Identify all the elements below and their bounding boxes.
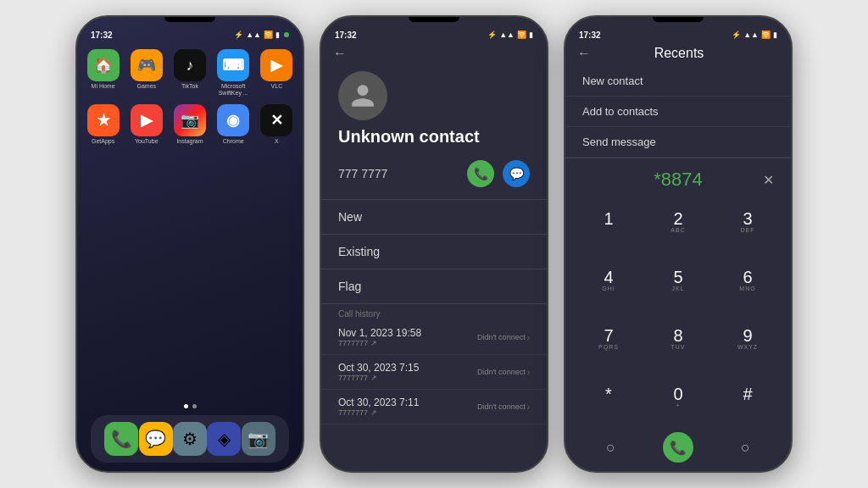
- vlc-icon: ▶: [260, 49, 292, 81]
- dial-key-0[interactable]: 0 +: [643, 369, 713, 427]
- call-status-2: Didn't connect ›: [477, 368, 530, 377]
- dock-settings[interactable]: ⚙: [173, 422, 207, 456]
- dial-key-9[interactable]: 9 WXYZ: [713, 311, 782, 369]
- getapps-icon: ★: [87, 104, 120, 136]
- dot-active: [184, 404, 188, 408]
- call-status-3: Didn't connect ›: [477, 402, 530, 412]
- phone3-screen: ← Recents New contact Add to contacts Se…: [565, 42, 791, 471]
- phone3: 17:32 ⚡ ▲▲ 🛜 ▮ ← Recents New contact Add…: [564, 15, 793, 473]
- back-button-3[interactable]: ←: [577, 46, 591, 61]
- p2-header: ←: [321, 42, 547, 61]
- app-youtube[interactable]: ▶ YouTube: [129, 104, 164, 145]
- message-button[interactable]: 💬: [503, 160, 530, 187]
- signal-icon-2: ▲▲: [499, 30, 515, 39]
- phone-number: 777 7777: [338, 167, 459, 180]
- notch3: [653, 17, 704, 22]
- wifi-icon-2: 🛜: [517, 30, 526, 39]
- call-number-2: 7777777 ↗: [338, 374, 419, 382]
- dial-key-4[interactable]: 4 GHI: [574, 252, 643, 311]
- voicemail-icon[interactable]: ○: [606, 439, 615, 457]
- dial-key-1[interactable]: 1: [574, 194, 643, 252]
- dialer-display: *8874 ✕: [565, 162, 791, 194]
- call-info-2: Oct 30, 2023 7:15 7777777 ↗: [338, 362, 419, 382]
- app-vlc[interactable]: ▶ VLC: [259, 49, 294, 96]
- new-contact-option[interactable]: New contact: [565, 66, 791, 97]
- phone1: 17:32 ⚡ ▲▲ 🛜 ▮ 🏠 Mi Home 🎮 Games ♪ TikTo…: [75, 15, 304, 473]
- app-games[interactable]: 🎮 Games: [129, 49, 164, 96]
- add-to-contacts-option[interactable]: Add to contacts: [565, 97, 791, 127]
- existing-option[interactable]: Existing: [321, 235, 547, 269]
- swiftkey-icon: ⌨: [217, 49, 249, 81]
- dial-key-5[interactable]: 5 JKL: [643, 252, 713, 311]
- app-label: X: [275, 138, 279, 145]
- call-number-3: 7777777 ↗: [338, 408, 419, 417]
- app-swiftkey[interactable]: ⌨ Microsoft SwiftKey ...: [216, 49, 251, 96]
- call-history-label: Call history: [321, 304, 547, 320]
- dial-key-hash[interactable]: #: [713, 369, 782, 427]
- call-history-item-3[interactable]: Oct 30, 2023 7:11 7777777 ↗ Didn't conne…: [321, 390, 547, 424]
- back-button-2[interactable]: ←: [333, 46, 347, 61]
- signal-icon: ▲▲: [246, 30, 261, 39]
- dial-key-6[interactable]: 6 MNO: [713, 252, 782, 311]
- dock-camera[interactable]: 📷: [242, 422, 275, 456]
- app-label: YouTube: [135, 138, 159, 145]
- status-bar-1: 17:32 ⚡ ▲▲ 🛜 ▮: [77, 24, 303, 42]
- app-chrome[interactable]: ◉ Chrome: [216, 104, 251, 145]
- delete-button[interactable]: ✕: [763, 172, 774, 188]
- chevron-icon-2: ›: [527, 368, 530, 377]
- dock-messages[interactable]: 💬: [139, 422, 173, 456]
- app-getapps[interactable]: ★ GetApps: [86, 104, 120, 145]
- chrome-icon: ◉: [217, 104, 249, 136]
- bluetooth-icon-3: ⚡: [732, 30, 741, 39]
- app-grid: 🏠 Mi Home 🎮 Games ♪ TikTok ⌨ Microsoft S…: [86, 49, 294, 145]
- status-bar-2: 17:32 ⚡ ▲▲ 🛜 ▮: [321, 24, 547, 42]
- contact-avatar: [338, 71, 387, 120]
- p3-header: ← Recents: [565, 42, 791, 66]
- dock-phone[interactable]: 📞: [104, 422, 138, 456]
- wifi-icon-3: 🛜: [761, 30, 771, 39]
- notch1: [164, 17, 215, 22]
- dial-key-8[interactable]: 8 TUV: [643, 311, 713, 369]
- bluetooth-icon: ⚡: [234, 30, 243, 39]
- dial-key-3[interactable]: 3 DEF: [713, 194, 782, 252]
- app-instagram[interactable]: 📷 Instagram: [172, 104, 207, 145]
- dial-key-7[interactable]: 7 PQRS: [574, 311, 643, 369]
- dial-key-2[interactable]: 2 ABC: [643, 194, 713, 252]
- games-icon: 🎮: [131, 49, 163, 81]
- flag-option[interactable]: Flag: [321, 269, 547, 303]
- hangup-icon[interactable]: ○: [741, 439, 750, 457]
- app-label: VLC: [271, 83, 283, 90]
- person-icon: [349, 82, 376, 109]
- status-icons-2: ⚡ ▲▲ 🛜 ▮: [487, 30, 533, 39]
- app-label: Chrome: [223, 138, 244, 145]
- call-history-item-2[interactable]: Oct 30, 2023 7:15 7777777 ↗ Didn't conne…: [321, 355, 547, 390]
- signal-icon-3: ▲▲: [743, 30, 759, 39]
- app-label: TikTok: [181, 83, 198, 90]
- dock: 📞 💬 ⚙ ◈ 📷: [91, 415, 289, 463]
- chevron-icon-3: ›: [527, 402, 530, 412]
- notch2: [409, 17, 459, 22]
- call-date-2: Oct 30, 2023 7:15: [338, 362, 419, 374]
- battery-icon-2: ▮: [529, 30, 533, 39]
- bluetooth-icon-2: ⚡: [487, 30, 497, 39]
- app-tiktok[interactable]: ♪ TikTok: [172, 49, 207, 96]
- instagram-icon: 📷: [174, 104, 206, 136]
- contact-name: Unknown contact: [338, 127, 480, 147]
- call-status-1: Didn't connect ›: [477, 333, 530, 342]
- mi-home-icon: 🏠: [87, 49, 120, 81]
- call-button[interactable]: 📞: [467, 160, 494, 187]
- send-message-option[interactable]: Send message: [565, 127, 791, 158]
- call-history-item-1[interactable]: Nov 1, 2023 19:58 7777777 ↗ Didn't conne…: [321, 320, 547, 355]
- app-x[interactable]: ✕ X: [259, 104, 294, 145]
- dot: [192, 404, 197, 408]
- app-mi-home[interactable]: 🏠 Mi Home: [86, 49, 120, 96]
- battery-dot: [284, 32, 289, 37]
- app-label: Instagram: [176, 138, 203, 145]
- dial-key-star[interactable]: *: [574, 369, 643, 427]
- new-option[interactable]: New: [321, 200, 547, 234]
- status-icons-3: ⚡ ▲▲ 🛜 ▮: [732, 30, 777, 39]
- tiktok-icon: ♪: [174, 49, 206, 81]
- time-1: 17:32: [91, 30, 113, 40]
- call-button-main[interactable]: 📞: [663, 432, 693, 463]
- dock-app4[interactable]: ◈: [207, 422, 241, 456]
